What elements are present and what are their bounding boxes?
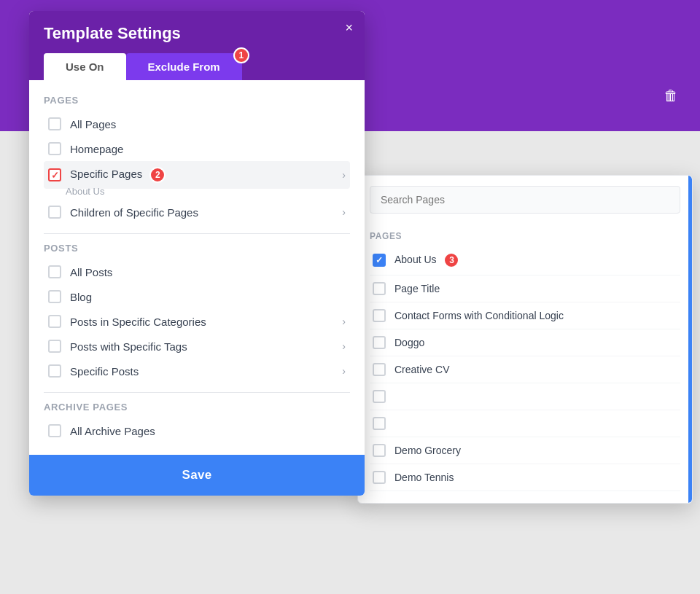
modal-header: Template Settings × Use On Exclude From … <box>29 11 365 80</box>
pages-section-label: Pages <box>44 95 350 106</box>
panel-creative-cv-label: Creative CV <box>394 364 449 375</box>
panel-demo-grocery-checkbox[interactable] <box>373 444 386 457</box>
specific-posts-chevron: › <box>342 365 346 377</box>
panel-about-us-checkbox[interactable] <box>373 254 386 267</box>
posts-section: Posts All Posts Blog Posts in Specific C… <box>44 243 350 383</box>
tab-exclude-from[interactable]: Exclude From 1 <box>126 53 242 80</box>
divider-1 <box>44 233 350 234</box>
all-pages-checkbox[interactable] <box>48 117 61 130</box>
children-specific-checkbox[interactable] <box>48 206 61 219</box>
blog-option[interactable]: Blog <box>44 284 350 309</box>
pages-panel-body: Pages About Us 3 Page Title Contact Form… <box>358 224 692 503</box>
panel-doggo-checkbox[interactable] <box>373 336 386 349</box>
blog-checkbox[interactable] <box>48 290 61 303</box>
homepage-label: Homepage <box>70 143 346 155</box>
specific-pages-checkbox[interactable] <box>48 168 61 181</box>
panel-creative-cv-option[interactable]: Creative CV <box>370 356 680 383</box>
panel-demo-tennis-label: Demo Tennis <box>394 472 454 483</box>
panel-doggo-label: Doggo <box>394 337 424 348</box>
specific-posts-checkbox[interactable] <box>48 364 61 378</box>
search-box <box>358 176 692 224</box>
panel-empty2-checkbox[interactable] <box>373 417 386 430</box>
modal-tabs: Use On Exclude From 1 <box>44 53 350 80</box>
posts-specific-categories-checkbox[interactable] <box>48 315 61 328</box>
search-pages-input[interactable] <box>370 186 680 214</box>
posts-specific-tags-option[interactable]: Posts with Specific Tags › <box>44 334 350 359</box>
all-posts-checkbox[interactable] <box>48 265 61 278</box>
specific-posts-option[interactable]: Specific Posts › <box>44 359 350 383</box>
panel-page-title-checkbox[interactable] <box>373 282 386 295</box>
panel-empty1-checkbox[interactable] <box>373 390 386 403</box>
panel-demo-tennis-checkbox[interactable] <box>373 471 386 484</box>
all-pages-option[interactable]: All Pages <box>44 112 350 136</box>
panel-contact-forms-checkbox[interactable] <box>373 309 386 322</box>
specific-pages-chevron: › <box>342 169 346 181</box>
all-archive-label: All Archive Pages <box>70 425 346 437</box>
homepage-checkbox[interactable] <box>48 142 61 155</box>
posts-section-label: Posts <box>44 243 350 254</box>
specific-pages-badge: 2 <box>149 167 166 183</box>
panel-doggo-option[interactable]: Doggo <box>370 329 680 356</box>
blog-label: Blog <box>70 291 346 303</box>
children-specific-chevron: › <box>342 206 346 218</box>
specific-posts-label: Specific Posts <box>70 365 342 378</box>
panel-demo-grocery-option[interactable]: Demo Grocery <box>370 437 680 464</box>
panel-empty1-option[interactable] <box>370 383 680 410</box>
pages-section: Pages All Pages Homepage Specific Pages … <box>44 95 350 224</box>
archive-section: Archive Pages All Archive Pages <box>44 402 350 443</box>
panel-contact-forms-label: Contact Forms with Conditional Logic <box>394 310 564 321</box>
homepage-option[interactable]: Homepage <box>44 136 350 161</box>
panel-demo-grocery-label: Demo Grocery <box>394 445 461 456</box>
pages-panel: Pages About Us 3 Page Title Contact Form… <box>357 175 693 504</box>
posts-categories-chevron: › <box>342 316 346 327</box>
posts-tags-chevron: › <box>342 340 346 352</box>
posts-specific-categories-label: Posts in Specific Categories <box>70 316 342 328</box>
tab-use-on[interactable]: Use On <box>44 53 126 80</box>
panel-empty2-option[interactable] <box>370 410 680 437</box>
children-specific-option[interactable]: Children of Specific Pages › <box>44 200 350 224</box>
specific-pages-option[interactable]: Specific Pages 2 › <box>44 161 350 189</box>
modal-title: Template Settings <box>44 24 350 43</box>
all-archive-option[interactable]: All Archive Pages <box>44 418 350 443</box>
panel-contact-forms-option[interactable]: Contact Forms with Conditional Logic <box>370 302 680 329</box>
modal-close-button[interactable]: × <box>345 21 353 34</box>
panel-page-title-label: Page Title <box>394 283 440 294</box>
all-posts-label: All Posts <box>70 266 346 278</box>
save-button[interactable]: Save <box>29 455 365 496</box>
divider-2 <box>44 392 350 393</box>
panel-demo-tennis-option[interactable]: Demo Tennis <box>370 464 680 491</box>
panel-creative-cv-checkbox[interactable] <box>373 363 386 376</box>
about-us-badge: 3 <box>443 252 459 268</box>
children-specific-label: Children of Specific Pages <box>70 206 342 219</box>
modal-body: Pages All Pages Homepage Specific Pages … <box>29 80 365 455</box>
trash-icon[interactable]: 🗑 <box>664 87 678 103</box>
modal-footer: Save <box>29 455 365 496</box>
posts-specific-tags-checkbox[interactable] <box>48 340 61 353</box>
specific-pages-sublabel: About Us <box>66 186 350 197</box>
posts-specific-categories-option[interactable]: Posts in Specific Categories › <box>44 309 350 334</box>
all-pages-label: All Pages <box>70 118 346 130</box>
all-posts-option[interactable]: All Posts <box>44 259 350 284</box>
panel-about-us-label: About Us 3 <box>394 252 459 268</box>
panel-about-us-option[interactable]: About Us 3 <box>370 246 680 275</box>
exclude-from-badge: 1 <box>233 47 249 63</box>
archive-section-label: Archive Pages <box>44 402 350 413</box>
template-settings-modal: Template Settings × Use On Exclude From … <box>29 11 365 496</box>
posts-specific-tags-label: Posts with Specific Tags <box>70 340 342 353</box>
panel-page-title-option[interactable]: Page Title <box>370 275 680 302</box>
panel-pages-label: Pages <box>370 231 680 241</box>
all-archive-checkbox[interactable] <box>48 424 61 437</box>
trash-area: 🗑 <box>664 87 678 104</box>
specific-pages-label: Specific Pages 2 <box>70 167 342 183</box>
